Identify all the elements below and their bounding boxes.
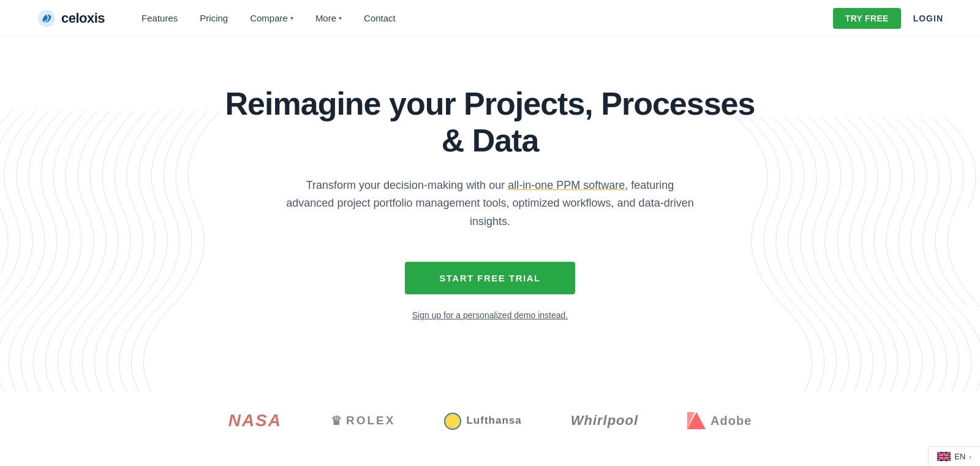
nasa-logo: NASA <box>228 411 282 430</box>
language-chevron-icon[interactable]: › <box>969 453 971 460</box>
nav-pricing[interactable]: Pricing <box>200 13 228 23</box>
rolex-text: ROLEX <box>346 414 395 427</box>
lufthansa-logo: Lufthansa <box>444 412 521 429</box>
try-free-button[interactable]: TRY FREE <box>833 8 901 29</box>
nav-features[interactable]: Features <box>141 13 178 23</box>
lufthansa-circle-icon <box>444 413 461 430</box>
more-chevron-icon: ▾ <box>339 15 342 21</box>
wave-left-decoration <box>0 110 221 392</box>
customer-logos-strip: NASA ♛ ROLEX Lufthansa Whirlpool Adobe <box>0 392 980 455</box>
compare-chevron-icon: ▾ <box>290 15 293 21</box>
lufthansa-text: Lufthansa <box>466 414 521 427</box>
nav-more[interactable]: More ▾ <box>315 13 342 23</box>
nav-links: Features Pricing Compare ▾ More ▾ Contac… <box>141 13 833 23</box>
navbar: celoxis Features Pricing Compare ▾ More … <box>0 0 980 37</box>
ppm-software-link[interactable]: all-in-one PPM software <box>508 179 625 191</box>
rolex-crown-icon: ♛ <box>331 413 344 428</box>
rolex-logo: ♛ ROLEX <box>331 413 395 428</box>
adobe-text: Adobe <box>710 414 752 428</box>
personalized-demo-link[interactable]: Sign up for a personalized demo instead. <box>12 310 968 320</box>
wave-right-decoration <box>735 86 980 392</box>
adobe-logo-icon <box>687 412 706 429</box>
nasa-icon: NASA <box>228 411 282 430</box>
hero-section: Reimagine your Projects, Processes & Dat… <box>0 37 980 392</box>
language-code: EN <box>954 452 965 461</box>
nav-compare[interactable]: Compare ▾ <box>250 13 293 23</box>
hero-title: Reimagine your Projects, Processes & Dat… <box>214 86 766 159</box>
logo-text: celoxis <box>61 10 105 26</box>
whirlpool-logo: Whirlpool <box>571 413 638 429</box>
hero-cta-area: START FREE TRIAL Sign up for a personali… <box>12 262 968 320</box>
whirlpool-text: Whirlpool <box>571 413 638 429</box>
celoxis-logo-icon <box>37 9 56 28</box>
login-button[interactable]: LOGIN <box>913 13 943 23</box>
logo[interactable]: celoxis <box>37 9 105 28</box>
start-free-trial-button[interactable]: START FREE TRIAL <box>405 262 575 294</box>
nav-actions: TRY FREE LOGIN <box>833 8 943 29</box>
language-bar: EN › <box>928 446 980 466</box>
nav-contact[interactable]: Contact <box>364 13 396 23</box>
uk-flag-icon <box>937 452 951 461</box>
adobe-logo: Adobe <box>687 412 752 429</box>
hero-subtitle: Transform your decision-making with our … <box>282 177 698 231</box>
